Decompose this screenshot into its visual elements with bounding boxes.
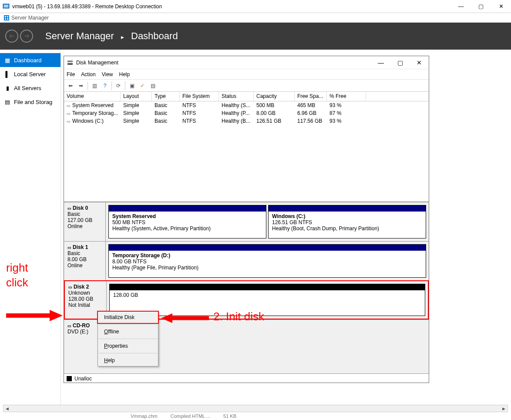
server-manager-titlebar: Server Manager [0, 13, 511, 23]
svg-rect-1 [4, 5, 8, 7]
disk-management-icon [67, 59, 74, 66]
breadcrumb-page: Dashboard [131, 30, 178, 41]
sidebar-item-all-servers[interactable]: ▮All Servers [0, 81, 61, 95]
tb-view3-icon[interactable]: ▤ [148, 81, 158, 91]
minimize-button[interactable]: — [451, 0, 471, 13]
tb-refresh-icon[interactable]: ⟳ [114, 81, 123, 91]
svg-rect-6 [7, 18, 8, 20]
breadcrumb-separator-icon: ▸ [121, 34, 124, 40]
scroll-left-icon[interactable]: ◀ [3, 405, 11, 412]
disk-partition[interactable]: Windows (C:)126.51 GB NTFSHealthy (Boot,… [268, 205, 426, 239]
menu-action[interactable]: Action [81, 71, 95, 77]
taskbar-filesize: 51 KB [223, 413, 236, 419]
nav-forward-button[interactable]: 🡢 [20, 30, 33, 43]
sidebar-item-file-storage[interactable]: ▤File and Storag [0, 95, 61, 109]
dm-titlebar: Disk Management — ▢ ✕ [64, 56, 429, 69]
close-button[interactable]: ✕ [491, 0, 511, 13]
menu-file[interactable]: File [67, 71, 75, 77]
table-row[interactable]: Temporary Storag...SimpleBasicNTFSHealth… [64, 109, 429, 117]
ctx-offline[interactable]: Offline [98, 326, 158, 337]
disk-panel[interactable]: Disk 0Basic127.00 GBOnlineSystem Reserve… [64, 202, 429, 241]
breadcrumb: Server Manager ▸ Dashboard [45, 30, 178, 42]
disk-partition[interactable]: System Reserved500 MB NTFSHealthy (Syste… [108, 205, 266, 239]
col-filesystem[interactable]: File System [180, 92, 219, 101]
sidebar-item-dashboard[interactable]: ▦Dashboard [0, 53, 61, 67]
taskbar-hint: Vmmap.chm Compiled HTML ... 51 KB [0, 412, 511, 420]
svg-rect-3 [5, 16, 6, 17]
svg-rect-2 [4, 15, 9, 20]
taskbar-filename: Vmmap.chm [131, 413, 158, 419]
table-row[interactable]: Windows (C:)SimpleBasicNTFSHealthy (B...… [64, 117, 429, 125]
legend-unallocated-label: Unalloc [74, 376, 92, 382]
menu-view[interactable]: View [102, 71, 113, 77]
ctx-initialize-disk[interactable]: Initialize Disk [97, 311, 159, 324]
tb-back-icon[interactable]: ⬅ [66, 81, 75, 91]
volume-table-header: Volume Layout Type File System Status Ca… [64, 92, 429, 101]
horizontal-scrollbar[interactable]: ◀ ▶ [3, 405, 508, 412]
svg-rect-4 [7, 16, 8, 17]
rdp-titlebar: vmweb01 (5) - 13.69.188.49:3389 - Remote… [0, 0, 511, 13]
scroll-right-icon[interactable]: ▶ [500, 405, 508, 412]
tb-help-icon[interactable]: ? [100, 81, 110, 91]
server-manager-icon [3, 15, 10, 21]
server-icon: ▌ [4, 71, 10, 77]
col-status[interactable]: Status [219, 92, 254, 101]
sidebar-item-label: Dashboard [14, 57, 42, 64]
storage-icon: ▤ [4, 99, 10, 105]
col-type[interactable]: Type [152, 92, 180, 101]
dm-maximize-button[interactable]: ▢ [390, 56, 410, 69]
svg-rect-8 [67, 63, 73, 65]
disk-info[interactable]: Disk 1Basic8.00 GBOnline [64, 242, 106, 280]
taskbar-filetype: Compiled HTML ... [171, 413, 210, 419]
dm-title: Disk Management [76, 60, 371, 66]
sidebar-item-local-server[interactable]: ▌Local Server [0, 67, 61, 81]
server-manager-header: 🡠 🡢 Server Manager ▸ Dashboard [0, 23, 511, 50]
dm-close-button[interactable]: ✕ [410, 56, 429, 69]
sidebar-item-label: All Servers [14, 85, 41, 91]
server-manager-label: Server Manager [11, 15, 49, 21]
ctx-properties[interactable]: Properties [98, 340, 158, 352]
breadcrumb-root[interactable]: Server Manager [45, 30, 114, 41]
maximize-button[interactable]: ▢ [471, 0, 491, 13]
sidebar: ▦Dashboard ▌Local Server ▮All Servers ▤F… [0, 50, 61, 418]
rdp-icon [3, 3, 10, 10]
col-pctfree[interactable]: % Free [327, 92, 366, 101]
disk-partition[interactable]: Temporary Storage (D:)8.00 GB NTFSHealth… [108, 244, 426, 278]
sidebar-item-label: File and Storag [14, 99, 52, 105]
tb-forward-icon[interactable]: ➡ [76, 81, 86, 91]
disk-panel[interactable]: Disk 1Basic8.00 GBOnlineTemporary Storag… [64, 241, 429, 280]
servers-icon: ▮ [4, 85, 10, 91]
col-volume[interactable]: Volume [64, 92, 121, 101]
legend-unallocated-swatch [67, 376, 72, 381]
menu-help[interactable]: Help [119, 71, 130, 77]
table-row[interactable]: System ReservedSimpleBasicNTFSHealthy (S… [64, 101, 429, 109]
svg-rect-5 [5, 18, 6, 20]
tb-view2-icon[interactable]: ✓ [138, 81, 147, 91]
svg-rect-7 [67, 60, 73, 62]
volume-table: Volume Layout Type File System Status Ca… [64, 92, 429, 202]
disk-info[interactable]: Disk 0Basic127.00 GBOnline [64, 202, 106, 241]
legend: Unalloc [64, 373, 429, 383]
dm-minimize-button[interactable]: — [371, 56, 390, 69]
dm-toolbar: ⬅ ➡ ▥ ? ⟳ ▣ ✓ ▤ [64, 80, 429, 92]
rdp-title: vmweb01 (5) - 13.69.188.49:3389 - Remote… [12, 3, 451, 10]
nav-back-button[interactable]: 🡠 [5, 30, 18, 43]
disk-context-menu: Initialize Disk Offline Properties Help [97, 311, 158, 366]
ctx-help[interactable]: Help [98, 355, 158, 366]
col-layout[interactable]: Layout [121, 92, 152, 101]
tb-view1-icon[interactable]: ▣ [127, 81, 137, 91]
dashboard-icon: ▦ [4, 57, 10, 64]
col-capacity[interactable]: Capacity [254, 92, 295, 101]
sidebar-item-label: Local Server [14, 71, 46, 77]
tb-list-icon[interactable]: ▥ [90, 81, 99, 91]
col-free[interactable]: Free Spa... [295, 92, 327, 101]
dm-menubar: File Action View Help [64, 69, 429, 80]
